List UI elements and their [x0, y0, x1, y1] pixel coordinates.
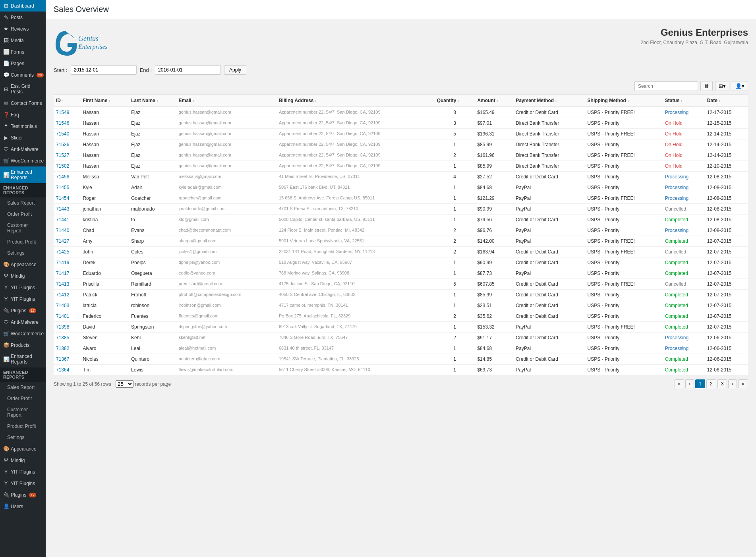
cell-id[interactable]: 71443: [54, 204, 80, 215]
sidebar-item-yit-plugins-3[interactable]: Y YIT Plugins: [0, 466, 46, 478]
sidebar-item-enhanced-reports-1[interactable]: 📊 Enhanced Reports: [0, 166, 46, 183]
sidebar-item-plugins-2[interactable]: 🔌 Plugins 17: [0, 489, 46, 501]
sidebar-item-anti-malware-2[interactable]: 🛡 Anti-Malware: [0, 316, 46, 328]
cell-billing-address: Appartment number 22, 54/7, San Diego, C…: [276, 150, 435, 161]
cell-billing-address: 7846 S Gore Road, Elm, TX, 75647: [276, 333, 435, 343]
cell-id[interactable]: 71382: [54, 343, 80, 354]
page-1-button[interactable]: 1: [695, 379, 705, 388]
table-row: 71401 Federico Fuentes ffuentes@gmail.co…: [54, 311, 748, 322]
cell-id[interactable]: 71549: [54, 107, 80, 118]
col-email[interactable]: Email: [176, 95, 276, 107]
sidebar-item-pages[interactable]: 📄 Pages: [0, 58, 46, 69]
cell-id[interactable]: 71419: [54, 257, 80, 268]
last-page-button[interactable]: »: [738, 379, 748, 388]
sidebar-item-enhanced-reports-2[interactable]: 📊 Enhanced Reports: [0, 351, 46, 367]
sidebar-item-settings-2[interactable]: Settings: [0, 432, 46, 443]
sidebar-item-yit-plugins-2[interactable]: Y YIT Plugins: [0, 293, 46, 305]
per-page-select[interactable]: 25 50 100: [116, 380, 133, 388]
sidebar-item-order-profit-2[interactable]: Order Profit: [0, 393, 46, 404]
cell-id[interactable]: 71403: [54, 300, 80, 311]
cell-id[interactable]: 71546: [54, 118, 80, 129]
apply-button[interactable]: Apply: [224, 65, 246, 75]
sidebar-item-media[interactable]: 🖼 Media: [0, 35, 46, 46]
sidebar-item-yit-plugins-4[interactable]: Y YIT Plugins: [0, 478, 46, 489]
sidebar-item-products[interactable]: 📦 Products: [0, 339, 46, 351]
col-status[interactable]: Status: [663, 95, 705, 107]
sidebar-item-testimonials[interactable]: ❝ Testimonials: [0, 120, 46, 132]
cell-id[interactable]: 71455: [54, 182, 80, 193]
sidebar-item-settings-1[interactable]: Settings: [0, 248, 46, 259]
col-billing-address[interactable]: Billing Address: [276, 95, 435, 107]
sidebar-item-comments[interactable]: 💬 Comments 29: [0, 69, 46, 81]
cell-id[interactable]: 71412: [54, 290, 80, 300]
col-last-name[interactable]: Last Name: [129, 95, 176, 107]
cell-id[interactable]: 71364: [54, 365, 80, 375]
start-date-input[interactable]: [71, 65, 137, 75]
sidebar-item-slider[interactable]: ▶ Slider: [0, 132, 46, 143]
col-date[interactable]: Date: [705, 95, 748, 107]
col-first-name[interactable]: First Name: [80, 95, 129, 107]
end-date-input[interactable]: [155, 65, 221, 75]
cell-id[interactable]: 71536: [54, 139, 80, 150]
sidebar-item-woocommerce-2[interactable]: 🛒 WooCommerce: [0, 328, 46, 339]
sidebar-item-forms[interactable]: ⬜ Forms: [0, 46, 46, 58]
cell-id[interactable]: 71417: [54, 268, 80, 279]
cell-id[interactable]: 71385: [54, 333, 80, 343]
page-3-button[interactable]: 3: [717, 379, 727, 388]
first-page-button[interactable]: «: [675, 379, 684, 388]
table-row: 71412 Patrick Frohoff pfrohoff@companies…: [54, 290, 748, 300]
cell-id[interactable]: 71398: [54, 322, 80, 333]
page-2-button[interactable]: 2: [706, 379, 716, 388]
sidebar-item-posts[interactable]: ✎ Posts: [0, 12, 46, 23]
cell-id[interactable]: 71367: [54, 354, 80, 365]
cell-last-name: Remillard: [129, 279, 176, 290]
sidebar-item-plugins-1[interactable]: 🔌 Plugins 17: [0, 305, 46, 316]
sidebar-item-sales-report-2[interactable]: Sales Report: [0, 382, 46, 393]
sidebar-item-contact-forms[interactable]: ✉ Contact Forms: [0, 97, 46, 109]
sidebar-item-woocommerce-1[interactable]: 🛒 WooCommerce: [0, 155, 46, 166]
sidebar-item-appearance-2[interactable]: 🎨 Appearance: [0, 443, 46, 454]
sidebar-item-dashboard[interactable]: ⊞ Dashboard: [0, 0, 46, 12]
sidebar-item-product-profit-2[interactable]: Product Profit: [0, 421, 46, 432]
sidebar-item-sales-report-1[interactable]: Sales Report: [0, 197, 46, 209]
delete-button[interactable]: 🗑: [700, 81, 713, 91]
col-payment-method[interactable]: Payment Method: [513, 95, 585, 107]
sidebar-item-reviews[interactable]: ★ Reviews: [0, 23, 46, 35]
sidebar-item-appearance-1[interactable]: 🎨 Appearance: [0, 259, 46, 270]
search-input[interactable]: [634, 81, 698, 91]
col-amount[interactable]: Amount: [475, 95, 513, 107]
cell-id[interactable]: 71441: [54, 215, 80, 225]
cell-id[interactable]: 71502: [54, 161, 80, 172]
cell-id[interactable]: 71427: [54, 236, 80, 247]
sidebar-label-customer-report-2: Customer Report: [7, 407, 43, 418]
sidebar-item-anti-malware-1[interactable]: 🛡 Anti-Malware: [0, 143, 46, 155]
cell-id[interactable]: 71540: [54, 129, 80, 139]
sidebar-item-yit-plugins-1[interactable]: Y YIT Plugins: [0, 282, 46, 293]
col-id[interactable]: ID: [54, 95, 80, 107]
sidebar-item-order-profit-1[interactable]: Order Profit: [0, 209, 46, 220]
cell-id[interactable]: 71454: [54, 193, 80, 204]
cell-status: Cancelled: [663, 279, 705, 290]
view-toggle-button[interactable]: ⊞▾: [715, 81, 729, 91]
col-shipping-method[interactable]: Shipping Method: [585, 95, 663, 107]
sidebar-item-customer-report-1[interactable]: Customer Report: [0, 220, 46, 236]
cell-id[interactable]: 71413: [54, 279, 80, 290]
sidebar-item-customer-report-2[interactable]: Customer Report: [0, 404, 46, 421]
cell-billing-address: 124 Floor S. Main street, Pontiac, MI, 4…: [276, 225, 435, 236]
cell-id[interactable]: 71527: [54, 150, 80, 161]
col-quantity[interactable]: Quantity: [435, 95, 475, 107]
sidebar-item-product-profit-1[interactable]: Product Profit: [0, 236, 46, 248]
export-button[interactable]: 👤▾: [732, 81, 748, 91]
cell-id[interactable]: 71440: [54, 225, 80, 236]
sidebar-item-ess-grid[interactable]: ⊞ Ess. Grid Posts: [0, 81, 46, 97]
next-page-button[interactable]: ›: [728, 379, 737, 388]
cell-id[interactable]: 71401: [54, 311, 80, 322]
cell-id[interactable]: 71456: [54, 172, 80, 182]
sidebar-item-mindig-1[interactable]: Ψ Mindig: [0, 270, 46, 282]
prev-page-button[interactable]: ‹: [685, 379, 694, 388]
sidebar-item-mindig-2[interactable]: Ψ Mindig: [0, 454, 46, 466]
sidebar-item-users[interactable]: 👤 Users: [0, 501, 46, 512]
cell-id[interactable]: 71425: [54, 247, 80, 257]
sidebar-item-faq[interactable]: ❓ Faq: [0, 109, 46, 120]
sidebar-label-reviews: Reviews: [11, 26, 29, 32]
